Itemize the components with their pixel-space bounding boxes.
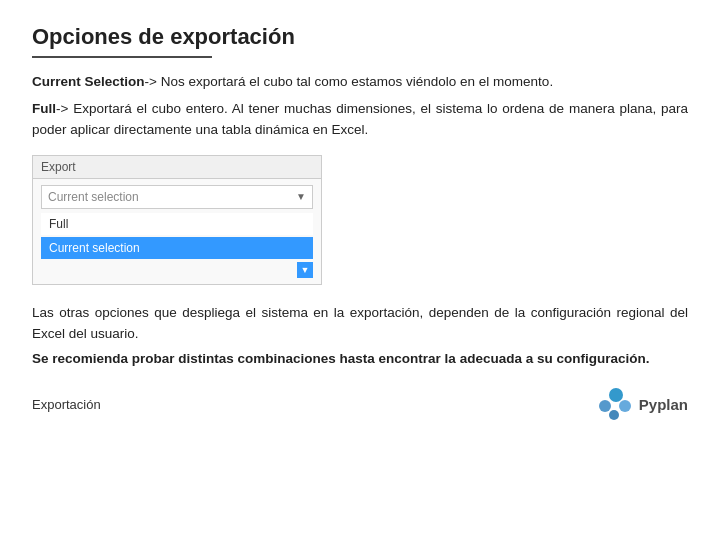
note-text1: Las otras opciones que despliega el sist… (32, 303, 688, 345)
current-selection-label: Current Selection (32, 74, 145, 89)
export-dropdown[interactable]: Current selection ▼ (41, 185, 313, 209)
pyplan-gear-icon (599, 388, 633, 422)
note-text2: Se recomienda probar distintas combinaci… (32, 349, 688, 370)
export-widget: Export Current selection ▼ Full Current … (32, 155, 322, 285)
description-block: Current Selection-> Nos exportará el cub… (32, 72, 688, 141)
title-underline (32, 56, 212, 58)
note-text2-bold: Se recomienda probar distintas combinaci… (32, 351, 649, 366)
export-widget-body: Current selection ▼ Full Current selecti… (33, 185, 321, 284)
dropdown-placeholder: Current selection (48, 190, 139, 204)
current-selection-text: Nos exportará el cubo tal como estamos v… (157, 74, 553, 89)
dropdown-arrow-icon: ▼ (296, 191, 306, 202)
full-label: Full (32, 101, 56, 116)
full-text: Exportará el cubo entero. Al tener mucha… (32, 101, 688, 137)
note-block: Las otras opciones que despliega el sist… (32, 303, 688, 370)
page-title: Opciones de exportación (32, 24, 688, 50)
scroll-down-icon[interactable]: ▼ (297, 262, 313, 278)
pyplan-logo: Pyplan (599, 388, 688, 422)
full-para: Full-> Exportará el cubo entero. Al tene… (32, 99, 688, 141)
current-selection-arrow: -> (145, 74, 157, 89)
footer: Exportación Pyplan (32, 388, 688, 422)
footer-label: Exportación (32, 397, 101, 412)
current-selection-para: Current Selection-> Nos exportará el cub… (32, 72, 688, 93)
list-item-current-selection[interactable]: Current selection (41, 237, 313, 259)
list-item-full[interactable]: Full (41, 213, 313, 235)
bottom-arrow-row: ▼ (33, 259, 321, 284)
full-arrow: -> (56, 101, 68, 116)
pyplan-logo-text: Pyplan (639, 396, 688, 413)
export-widget-header: Export (33, 156, 321, 179)
